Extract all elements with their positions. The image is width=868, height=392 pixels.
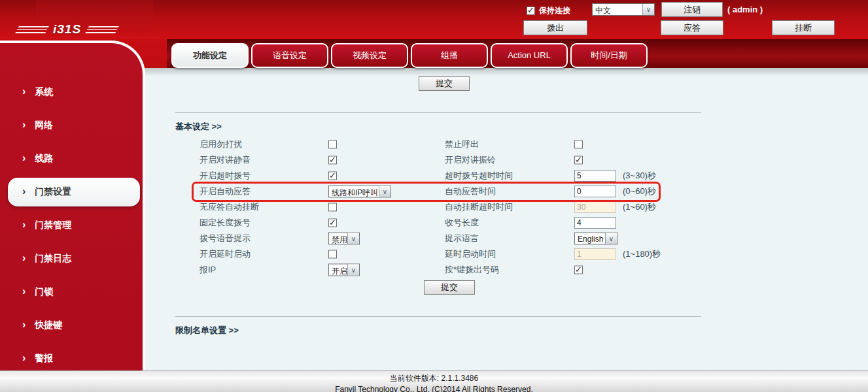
main-content: 提交 基本设定 >> 启用勿打扰 禁止呼出 开启对讲静音 开启对讲振铃 开启超时… (150, 68, 868, 336)
software-version: 当前软件版本: 2.1.1.3486 (0, 373, 868, 384)
tab-multicast[interactable]: 组播 (411, 43, 488, 68)
logo-text: i31S (53, 22, 81, 37)
section-basic-settings[interactable]: 基本设定 >> (175, 121, 868, 132)
ban-outgoing-checkbox[interactable] (574, 140, 583, 149)
nav-arrow-icon: › (22, 353, 26, 363)
sidebar-item-label: 系统 (35, 86, 53, 98)
sidebar-nav: › 系统 › 网络 › 线路 › 门禁设置 › 门禁管理 › 门禁日志 › 门锁… (0, 78, 143, 370)
tab-function-settings[interactable]: 功能设定 (171, 43, 249, 68)
sidebar-item-label: 快捷键 (35, 319, 62, 331)
language-select[interactable]: 中文 ∨ (592, 3, 655, 16)
range-hint: (0~60)秒 (623, 186, 656, 197)
tab-video-settings[interactable]: 视频设定 (331, 43, 408, 68)
sidebar-item-alarm[interactable]: › 警报 (8, 344, 140, 370)
admin-user-label: ( admin ) (727, 5, 763, 14)
field-label: 开启延时启动 (200, 248, 251, 260)
tab-time-date[interactable]: 时间/日期 (570, 43, 648, 68)
logout-button[interactable]: 注销 (661, 2, 723, 17)
chevron-down-icon: ∨ (347, 233, 359, 244)
sidebar-item-access-management[interactable]: › 门禁管理 (8, 211, 140, 240)
digit-length-input[interactable] (574, 217, 616, 229)
sidebar-item-label: 门禁设置 (35, 186, 71, 198)
auto-answer-select-value: 线路和IP呼叫 (329, 186, 379, 197)
sidebar-item-access-log[interactable]: › 门禁日志 (8, 244, 140, 273)
chevron-down-icon: ∨ (642, 4, 654, 15)
field-label: 自动应答时间 (445, 186, 496, 197)
submit-button-bottom[interactable]: 提交 (424, 280, 475, 295)
timeout-dial-checkbox[interactable] (328, 172, 337, 180)
form-rows: 启用勿打扰 禁止呼出 开启对讲静音 开启对讲振铃 开启超时拨号 超时拨号超时时间… (150, 137, 868, 278)
intercom-ring-checkbox[interactable] (574, 156, 583, 165)
field-label: 自动挂断超时时间 (445, 201, 513, 213)
field-label: 开启对讲静音 (200, 154, 251, 166)
nav-arrow-icon: › (22, 153, 26, 163)
tab-action-url[interactable]: Action URL (491, 43, 568, 68)
brand-logo: i31S (17, 22, 117, 37)
language-select-value: 中文 (593, 4, 642, 15)
hangup-button[interactable]: 挂断 (772, 20, 835, 35)
dial-timeout-input[interactable] (574, 170, 616, 182)
chevron-down-icon: ∨ (605, 233, 617, 244)
sidebar-item-line[interactable]: › 线路 (8, 144, 140, 173)
logo-lines-icon (15, 26, 49, 33)
sidebar-item-label: 门禁日志 (35, 253, 71, 265)
sidebar-item-network[interactable]: › 网络 (8, 111, 140, 140)
field-label: 开启超时拨号 (200, 170, 251, 182)
prompt-language-select-value: English (575, 233, 605, 244)
form-row-auto-hangup: 无应答自动挂断 自动挂断超时时间 (1~60)秒 (150, 199, 868, 215)
auto-answer-select[interactable]: 线路和IP呼叫 ∨ (328, 186, 391, 198)
range-hint: (1~180)秒 (623, 248, 661, 260)
field-label: 拨号语音提示 (200, 233, 251, 244)
form-row-dnd: 启用勿打扰 禁止呼出 (150, 137, 868, 152)
sidebar-item-system[interactable]: › 系统 (8, 78, 140, 106)
form-row-delay-start: 开启延时启动 延时启动时间 (1~180)秒 (150, 246, 868, 262)
sidebar-item-label: 警报 (35, 353, 53, 365)
sidebar-item-door-lock[interactable]: › 门锁 (8, 278, 140, 306)
auto-hangup-timeout-input (574, 201, 616, 213)
announce-ip-select[interactable]: 开启 ∨ (328, 264, 360, 276)
auto-answer-time-input[interactable] (574, 186, 616, 197)
no-answer-hangup-checkbox[interactable] (328, 203, 337, 212)
sidebar-item-label: 网络 (35, 120, 53, 131)
nav-arrow-icon: › (22, 253, 26, 263)
tab-bar: 功能设定 语音设定 视频设定 组播 Action URL 时间/日期 (171, 43, 648, 68)
dial-out-button[interactable]: 拨出 (523, 20, 587, 35)
sidebar-item-access-settings[interactable]: › 门禁设置 (8, 178, 140, 206)
sidebar-item-label: 门禁管理 (35, 220, 71, 231)
field-label: 开启自动应答 (200, 186, 251, 197)
nav-arrow-icon: › (22, 120, 26, 130)
field-label: 报IP (200, 264, 216, 276)
field-label: 超时拨号超时时间 (445, 170, 513, 182)
field-label: 开启对讲振铃 (445, 154, 496, 166)
field-label: 启用勿打扰 (200, 139, 242, 150)
announce-ip-select-value: 开启 (329, 265, 347, 276)
nav-arrow-icon: › (22, 86, 26, 97)
form-row-dial-timeout: 开启超时拨号 超时拨号超时时间 (3~30)秒 (150, 168, 868, 184)
sidebar-item-label: 门锁 (35, 286, 53, 298)
nav-arrow-icon: › (22, 186, 26, 197)
field-label: 禁止呼出 (445, 139, 479, 150)
copyright: Fanvil Technology Co., Ltd. (C)2014 All … (0, 385, 868, 392)
keep-connected-label: 保持连接 (539, 5, 570, 16)
keep-connected-checkbox[interactable] (527, 7, 535, 15)
prompt-language-select[interactable]: English ∨ (574, 233, 617, 245)
voice-prompt-select[interactable]: 禁用 ∨ (328, 233, 360, 245)
submit-button-top[interactable]: 提交 (419, 76, 470, 91)
field-label: 延时启动时间 (445, 248, 496, 260)
footer: 当前软件版本: 2.1.1.3486 Fanvil Technology Co.… (0, 370, 868, 392)
section-restrict-list[interactable]: 限制名单设置 >> (175, 325, 868, 336)
field-label: 按*键拨出号码 (445, 264, 499, 276)
delay-start-checkbox[interactable] (328, 250, 337, 259)
intercom-mute-checkbox[interactable] (328, 156, 337, 165)
fixed-length-dial-checkbox[interactable] (328, 219, 337, 227)
enable-dnd-checkbox[interactable] (328, 140, 337, 149)
sidebar-item-shortcut-keys[interactable]: › 快捷键 (8, 311, 140, 340)
form-row-fixed-length: 固定长度拨号 收号长度 (150, 215, 868, 231)
field-label: 提示语言 (445, 233, 479, 244)
tab-audio-settings[interactable]: 语音设定 (251, 43, 328, 68)
answer-button[interactable]: 应答 (661, 20, 723, 35)
form-row-auto-answer: 开启自动应答 线路和IP呼叫 ∨ 自动应答时间 (0~60)秒 (150, 184, 868, 199)
star-key-dial-checkbox[interactable] (574, 266, 583, 274)
nav-arrow-icon: › (22, 319, 26, 330)
voice-prompt-select-value: 禁用 (329, 233, 347, 244)
